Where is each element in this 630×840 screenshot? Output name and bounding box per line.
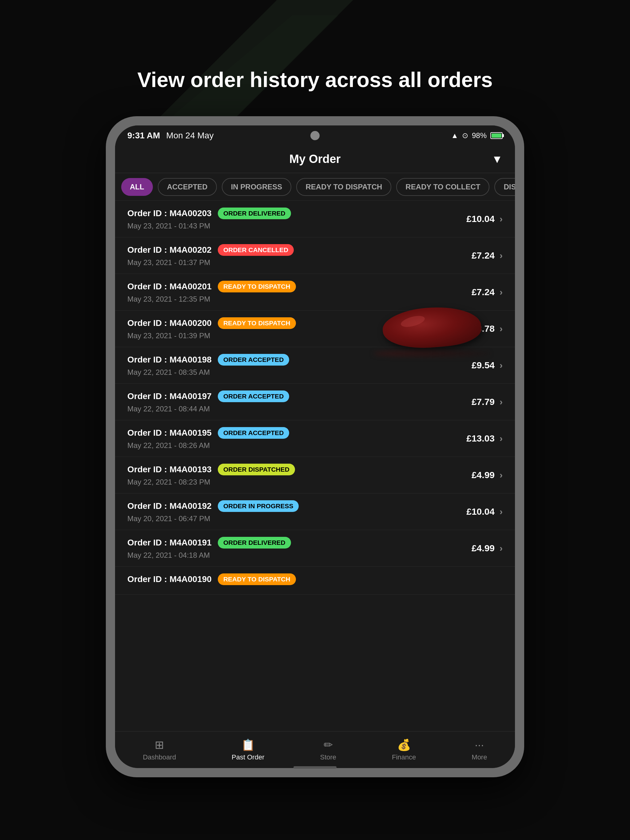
nav-label-more: More [472, 753, 487, 761]
bottom-nav: ⊞ Dashboard 📋 Past Order ✏ Store 💰 Finan… [115, 731, 515, 768]
status-badge-dispatched: ORDER DISPATCHED [218, 464, 295, 475]
nav-label-finance: Finance [392, 753, 416, 761]
order-date: May 22, 2021 - 04:18 AM [127, 551, 472, 560]
nav-label-dashboard: Dashboard [143, 753, 176, 761]
nav-label-store: Store [320, 753, 336, 761]
order-amount: £13.03 [466, 433, 495, 444]
tab-in-progress[interactable]: IN PROGRESS [222, 178, 291, 196]
app-header-title: My Order [290, 153, 341, 166]
order-amount: £10.04 [466, 214, 495, 224]
chevron-right-icon: › [500, 214, 503, 224]
order-amount: £7.24 [472, 287, 495, 297]
order-left: Order ID : M4A00191 ORDER DELIVERED May … [127, 537, 472, 560]
order-date: May 22, 2021 - 08:26 AM [127, 441, 466, 450]
order-item[interactable]: Order ID : M4A00191 ORDER DELIVERED May … [115, 530, 515, 567]
status-badge-ready-dispatch: READY TO DISPATCH [218, 317, 296, 329]
chevron-right-icon: › [500, 396, 503, 407]
order-right: £9.54 › [472, 360, 503, 371]
nav-label-past-order: Past Order [232, 753, 264, 761]
order-left: Order ID : M4A00192 ORDER IN PROGRESS Ma… [127, 500, 466, 523]
tablet-screen: 9:31 AM Mon 24 May ▲ ⊙ 98% My Order ▼ AL… [115, 125, 515, 768]
order-item[interactable]: Order ID : M4A00190 READY TO DISPATCH [115, 567, 515, 595]
finance-icon: 💰 [397, 739, 411, 752]
order-item[interactable]: Order ID : M4A00192 ORDER IN PROGRESS Ma… [115, 494, 515, 530]
order-left: Order ID : M4A00198 ORDER ACCEPTED May 2… [127, 354, 472, 377]
order-id: Order ID : M4A00192 [127, 501, 212, 511]
nav-item-finance[interactable]: 💰 Finance [392, 739, 416, 761]
order-id: Order ID : M4A00201 [127, 282, 212, 292]
order-date: May 22, 2021 - 08:23 PM [127, 478, 472, 486]
chevron-right-icon: › [500, 433, 503, 444]
status-badge-ready-dispatch: READY TO DISPATCH [218, 573, 296, 585]
order-left: Order ID : M4A00193 ORDER DISPATCHED May… [127, 464, 472, 486]
tab-dispatched[interactable]: DISPATCHED [494, 178, 515, 196]
status-date: Mon 24 May [166, 131, 214, 141]
order-id: Order ID : M4A00190 [127, 574, 212, 584]
nav-item-past-order[interactable]: 📋 Past Order [232, 739, 264, 761]
status-badge-cancelled: ORDER CANCELLED [218, 244, 294, 256]
more-icon: ··· [475, 739, 484, 752]
orders-list: Order ID : M4A00203 ORDER DELIVERED May … [115, 201, 515, 731]
order-item[interactable]: Order ID : M4A00198 ORDER ACCEPTED May 2… [115, 347, 515, 384]
chevron-right-icon: › [500, 507, 503, 517]
chevron-right-icon: › [500, 360, 503, 371]
chevron-right-icon: › [500, 250, 503, 261]
order-left: Order ID : M4A00197 ORDER ACCEPTED May 2… [127, 390, 472, 413]
status-badge-in-progress: ORDER IN PROGRESS [218, 500, 299, 512]
filter-icon[interactable]: ▼ [492, 153, 503, 166]
status-badge-delivered: ORDER DELIVERED [218, 208, 291, 219]
order-left: Order ID : M4A00203 ORDER DELIVERED May … [127, 208, 466, 230]
chevron-right-icon: › [500, 324, 503, 334]
order-item[interactable]: Order ID : M4A00201 READY TO DISPATCH Ma… [115, 274, 515, 311]
order-amount: £10.04 [466, 507, 495, 517]
status-badge-ready-dispatch: READY TO DISPATCH [218, 281, 296, 292]
signal-icon: ⊙ [462, 131, 468, 140]
nav-item-store[interactable]: ✏ Store [320, 739, 336, 761]
battery-percent: 98% [472, 131, 487, 140]
order-id: Order ID : M4A00197 [127, 392, 212, 401]
tab-all[interactable]: ALL [121, 178, 153, 196]
chevron-right-icon: › [500, 543, 503, 553]
order-amount: £9.54 [472, 360, 495, 371]
order-item[interactable]: Order ID : M4A00202 ORDER CANCELLED May … [115, 237, 515, 274]
past-order-icon: 📋 [241, 739, 255, 752]
order-right: £13.78 › [466, 324, 503, 334]
order-left: Order ID : M4A00201 READY TO DISPATCH Ma… [127, 281, 472, 303]
order-item[interactable]: Order ID : M4A00193 ORDER DISPATCHED May… [115, 457, 515, 494]
tab-accepted[interactable]: ACCEPTED [158, 178, 217, 196]
nav-item-dashboard[interactable]: ⊞ Dashboard [143, 739, 176, 761]
home-indicator [293, 766, 337, 769]
status-time: 9:31 AM [127, 131, 160, 141]
page-title: View order history across all orders [137, 68, 492, 92]
battery-icon [490, 132, 503, 139]
order-date: May 23, 2021 - 12:35 PM [127, 295, 472, 303]
order-item[interactable]: Order ID : M4A00203 ORDER DELIVERED May … [115, 201, 515, 237]
order-item[interactable]: Order ID : M4A00197 ORDER ACCEPTED May 2… [115, 384, 515, 420]
status-badge-accepted: ORDER ACCEPTED [218, 354, 289, 366]
status-badge-accepted: ORDER ACCEPTED [218, 390, 289, 402]
order-id: Order ID : M4A00193 [127, 464, 212, 474]
order-amount: £7.79 [472, 396, 495, 407]
order-date: May 20, 2021 - 06:47 PM [127, 515, 466, 523]
nav-item-more[interactable]: ··· More [472, 739, 487, 761]
order-item[interactable]: Order ID : M4A00195 ORDER ACCEPTED May 2… [115, 420, 515, 457]
order-date: May 22, 2021 - 08:35 AM [127, 368, 472, 377]
tab-ready-collect[interactable]: READY TO COLLECT [396, 178, 489, 196]
order-date: May 23, 2021 - 01:39 PM [127, 332, 466, 340]
tablet-frame: 9:31 AM Mon 24 May ▲ ⊙ 98% My Order ▼ AL… [106, 116, 524, 777]
dashboard-icon: ⊞ [155, 739, 164, 752]
chevron-right-icon: › [500, 287, 503, 297]
order-right: £4.99 › [472, 543, 503, 553]
chevron-right-icon: › [500, 470, 503, 480]
order-id: Order ID : M4A00198 [127, 355, 212, 365]
filter-tabs: ALL ACCEPTED IN PROGRESS READY TO DISPAT… [115, 173, 515, 201]
order-right: £7.79 › [472, 396, 503, 407]
order-right: £13.03 › [466, 433, 503, 444]
order-amount: £7.24 [472, 250, 495, 261]
order-item[interactable]: Order ID : M4A00200 READY TO DISPATCH Ma… [115, 311, 515, 347]
order-id: Order ID : M4A00202 [127, 245, 212, 255]
tab-ready-dispatch[interactable]: READY TO DISPATCH [296, 178, 391, 196]
camera-dot [310, 131, 320, 140]
order-date: May 23, 2021 - 01:43 PM [127, 222, 466, 230]
status-badge-accepted: ORDER ACCEPTED [218, 427, 289, 439]
